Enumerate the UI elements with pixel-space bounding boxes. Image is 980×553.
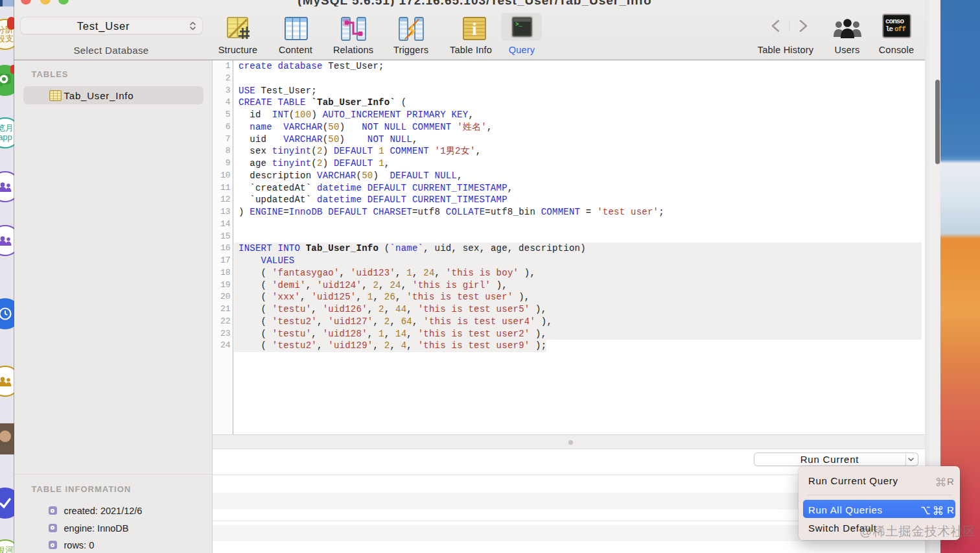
svg-text:i: i — [472, 19, 477, 39]
svg-text:>_: >_ — [515, 21, 522, 28]
svg-text:off: off — [894, 25, 906, 33]
svg-text:conso: conso — [885, 18, 904, 25]
svg-text:le: le — [885, 25, 894, 33]
